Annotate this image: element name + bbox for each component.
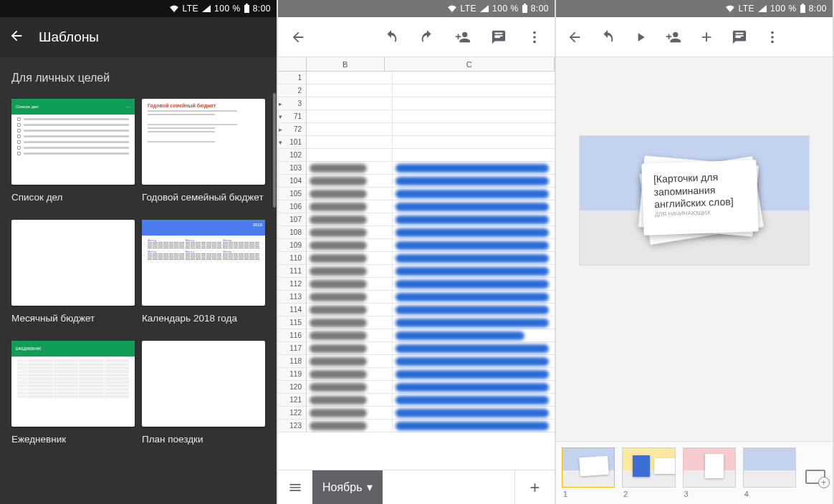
insert-icon[interactable]: + bbox=[691, 21, 722, 53]
row-number[interactable]: 2 bbox=[278, 84, 307, 97]
active-sheet-tab[interactable]: Ноябрь ▾ bbox=[312, 470, 383, 504]
add-sheet-button[interactable]: + bbox=[514, 470, 555, 504]
table-row[interactable]: 104 bbox=[278, 175, 555, 188]
row-number[interactable]: 121 bbox=[278, 394, 307, 406]
add-slide-button[interactable] bbox=[803, 447, 827, 498]
table-row[interactable]: 114 bbox=[278, 304, 555, 316]
cell[interactable] bbox=[307, 329, 393, 341]
table-row[interactable]: 2 bbox=[278, 84, 555, 97]
cell[interactable] bbox=[307, 265, 393, 277]
template-calendar[interactable]: 2018МесяцМесяцМесяцМесяцМесяцМесяцКаленд… bbox=[142, 220, 265, 324]
template-blank[interactable]: Месячный бюджет bbox=[11, 220, 135, 324]
cell[interactable] bbox=[307, 316, 393, 329]
table-row[interactable]: 110 bbox=[278, 252, 555, 265]
row-number[interactable]: 71▾ bbox=[278, 110, 307, 122]
table-row[interactable]: 116 bbox=[278, 329, 555, 342]
more-icon[interactable] bbox=[757, 21, 788, 53]
cell[interactable] bbox=[393, 200, 555, 213]
cell[interactable] bbox=[307, 355, 393, 367]
cell[interactable] bbox=[393, 239, 555, 251]
redo-icon[interactable] bbox=[413, 23, 441, 52]
table-row[interactable]: 1 bbox=[278, 72, 555, 84]
template-todo[interactable]: Список дел—Список дел bbox=[11, 99, 135, 203]
row-number[interactable]: 101▾ bbox=[278, 136, 307, 148]
cell[interactable] bbox=[393, 329, 555, 341]
cell[interactable] bbox=[307, 200, 393, 213]
group-toggle-icon[interactable]: ▾ bbox=[279, 110, 282, 123]
comment-icon[interactable] bbox=[484, 23, 513, 52]
row-number[interactable]: 114 bbox=[278, 304, 307, 316]
table-row[interactable]: 123 bbox=[278, 420, 555, 432]
cell[interactable] bbox=[307, 149, 393, 161]
cell[interactable] bbox=[393, 252, 555, 264]
cell[interactable] bbox=[307, 291, 393, 303]
template-planner[interactable]: ЕЖЕДНЕВНИКЕжедневник bbox=[11, 341, 135, 445]
add-collaborator-icon[interactable] bbox=[658, 21, 689, 53]
slide-thumb[interactable]: 3 bbox=[683, 447, 736, 498]
template-blank[interactable]: План поездки bbox=[142, 341, 265, 445]
table-row[interactable]: 122 bbox=[278, 407, 555, 420]
cell[interactable] bbox=[393, 72, 555, 84]
cell[interactable] bbox=[307, 84, 393, 97]
row-number[interactable]: 3▸ bbox=[278, 97, 307, 110]
row-number[interactable]: 116 bbox=[278, 329, 307, 341]
table-row[interactable]: 103 bbox=[278, 162, 555, 175]
cell[interactable] bbox=[393, 355, 555, 367]
table-row[interactable]: 120 bbox=[278, 381, 555, 394]
more-icon[interactable] bbox=[520, 23, 549, 52]
cell[interactable] bbox=[393, 136, 555, 148]
undo-icon[interactable] bbox=[592, 21, 623, 53]
row-number[interactable]: 113 bbox=[278, 291, 307, 303]
cell[interactable] bbox=[307, 239, 393, 251]
present-icon[interactable] bbox=[625, 21, 656, 53]
table-row[interactable]: 121 bbox=[278, 394, 555, 407]
cell[interactable] bbox=[393, 265, 555, 277]
table-row[interactable]: 108 bbox=[278, 226, 555, 239]
cell[interactable] bbox=[393, 97, 555, 110]
cell[interactable] bbox=[307, 110, 393, 122]
row-number[interactable]: 108 bbox=[278, 226, 307, 238]
group-toggle-icon[interactable]: ▾ bbox=[279, 136, 282, 149]
cell[interactable] bbox=[307, 226, 393, 238]
row-number[interactable]: 112 bbox=[278, 278, 307, 290]
cell[interactable] bbox=[307, 123, 393, 135]
back-icon[interactable] bbox=[559, 21, 590, 53]
row-number[interactable]: 118 bbox=[278, 355, 307, 367]
row-number[interactable]: 111 bbox=[278, 265, 307, 277]
table-row[interactable]: 106 bbox=[278, 200, 555, 213]
table-row[interactable]: 3▸ bbox=[278, 97, 555, 110]
cell[interactable] bbox=[307, 342, 393, 354]
cell[interactable] bbox=[307, 162, 393, 174]
cell[interactable] bbox=[307, 381, 393, 393]
cell[interactable] bbox=[393, 342, 555, 354]
row-number[interactable]: 106 bbox=[278, 200, 307, 213]
table-row[interactable]: 112 bbox=[278, 278, 555, 291]
row-number[interactable]: 103 bbox=[278, 162, 307, 174]
cell[interactable] bbox=[307, 97, 393, 110]
cell[interactable] bbox=[307, 304, 393, 316]
back-icon[interactable] bbox=[284, 23, 312, 52]
cell[interactable] bbox=[393, 291, 555, 303]
row-number[interactable]: 107 bbox=[278, 213, 307, 226]
table-row[interactable]: 102 bbox=[278, 149, 555, 162]
column-header[interactable]: C bbox=[385, 57, 555, 71]
table-row[interactable]: 117 bbox=[278, 342, 555, 355]
undo-icon[interactable] bbox=[377, 23, 406, 52]
cell[interactable] bbox=[393, 110, 555, 122]
row-number[interactable]: 115 bbox=[278, 316, 307, 329]
cell[interactable] bbox=[393, 175, 555, 187]
table-row[interactable]: 101▾ bbox=[278, 136, 555, 149]
cell[interactable] bbox=[393, 226, 555, 238]
slide-main[interactable]: [Карточки для запоминания английских сло… bbox=[580, 136, 809, 265]
cell[interactable] bbox=[307, 188, 393, 200]
row-number[interactable]: 119 bbox=[278, 368, 307, 380]
cell[interactable] bbox=[393, 84, 555, 97]
cell[interactable] bbox=[393, 149, 555, 161]
sheets-menu-icon[interactable] bbox=[278, 470, 312, 504]
cell[interactable] bbox=[393, 188, 555, 200]
cell[interactable] bbox=[393, 407, 555, 419]
table-row[interactable]: 119 bbox=[278, 368, 555, 381]
group-toggle-icon[interactable]: ▸ bbox=[279, 97, 282, 110]
group-toggle-icon[interactable]: ▸ bbox=[279, 123, 282, 136]
add-collaborator-icon[interactable] bbox=[449, 23, 477, 52]
